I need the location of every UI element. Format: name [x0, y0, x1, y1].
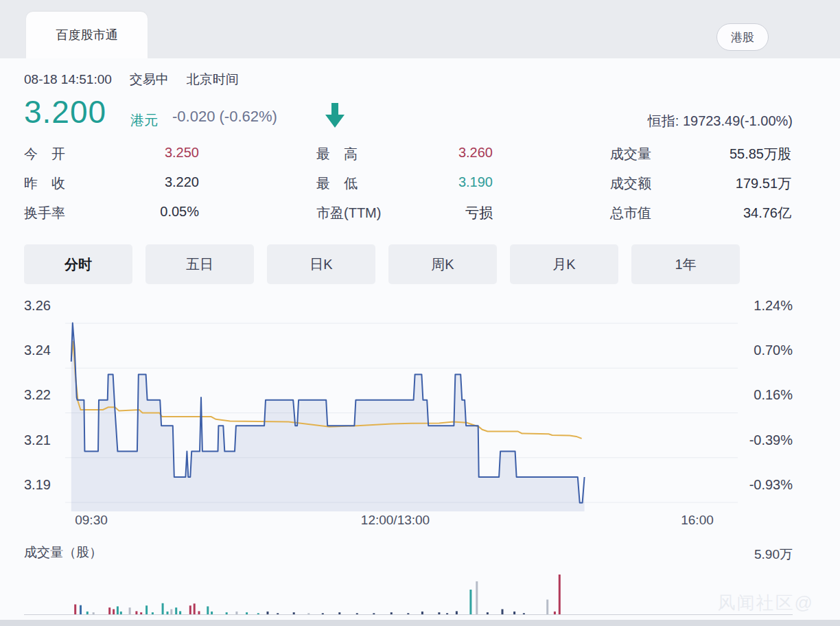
x-tick-noon: 12:00/13:00	[327, 513, 464, 531]
y-axis-pct-1: 1.24%	[731, 298, 793, 316]
tab-daily-k[interactable]: 日K	[267, 244, 375, 284]
market-badge-hk[interactable]: 港股	[716, 23, 769, 51]
tab-1year[interactable]: 1年	[631, 244, 740, 284]
status-bar: 08-18 14:51:00交易中北京时间	[24, 71, 257, 89]
y-axis-pct-4: -0.39%	[731, 432, 793, 450]
timezone-label: 北京时间	[187, 72, 239, 86]
volume-max-label: 5.90万	[754, 546, 793, 564]
stat-value-prev-close: 3.220	[82, 174, 199, 190]
stat-label-volume: 成交量	[610, 145, 651, 163]
current-price: 3.200	[24, 93, 106, 130]
tab-monthly-k[interactable]: 月K	[510, 244, 618, 284]
stat-value-market-cap: 34.76亿	[661, 204, 791, 222]
tab-baidu-gushitong[interactable]: 百度股市通	[26, 12, 148, 58]
currency-label: 港元	[130, 111, 158, 130]
price-chart[interactable]	[65, 312, 738, 511]
down-arrow-icon	[325, 103, 345, 128]
stat-label-low: 最 低	[316, 174, 358, 193]
bottom-edge-bar	[0, 620, 840, 626]
stat-value-turnover-rate: 0.05%	[82, 204, 199, 220]
stat-value-amount: 179.51万	[661, 174, 791, 193]
tab-intraday[interactable]: 分时	[24, 244, 132, 284]
stat-label-amount: 成交额	[610, 174, 651, 193]
x-tick-0930: 09:30	[57, 513, 126, 531]
top-tab-bar: 百度股市通 港股	[0, 0, 840, 58]
stat-value-pe-ttm: 亏损	[371, 204, 493, 222]
y-axis-pct-2: 0.70%	[731, 343, 793, 360]
stat-value-volume: 55.85万股	[661, 145, 791, 163]
hang-seng-index[interactable]: 恒指: 19723.49(-1.00%)	[648, 112, 793, 130]
tab-5day[interactable]: 五日	[145, 244, 254, 284]
stat-label-open: 今 开	[24, 145, 65, 163]
stat-value-open: 3.250	[82, 145, 199, 161]
stat-value-high: 3.260	[371, 145, 493, 161]
stat-value-low: 3.190	[371, 174, 493, 190]
trading-state: 交易中	[130, 72, 169, 86]
tab-weekly-k[interactable]: 周K	[388, 244, 497, 284]
stat-label-turnover-rate: 换手率	[24, 204, 65, 222]
watermark: 风闻社区@	[718, 591, 814, 615]
tab-title: 百度股市通	[56, 27, 118, 43]
volume-pane-title: 成交量（股）	[24, 544, 102, 561]
stock-app-screen: 百度股市通 港股 08-18 14:51:00交易中北京时间 3.200 港元 …	[0, 0, 840, 626]
y-axis-pct-3: 0.16%	[731, 387, 793, 405]
quote-datetime: 08-18 14:51:00	[24, 72, 112, 86]
stat-label-market-cap: 总市值	[610, 204, 651, 222]
period-tabs: 分时 五日 日K 周K 月K 1年	[24, 244, 740, 284]
stat-label-high: 最 高	[316, 145, 358, 163]
volume-chart	[24, 572, 793, 616]
stat-label-prev-close: 昨 收	[24, 174, 65, 193]
price-change: -0.020 (-0.62%)	[172, 108, 277, 126]
y-axis-pct-5: -0.93%	[731, 477, 793, 495]
x-tick-1600: 16:00	[663, 513, 732, 531]
